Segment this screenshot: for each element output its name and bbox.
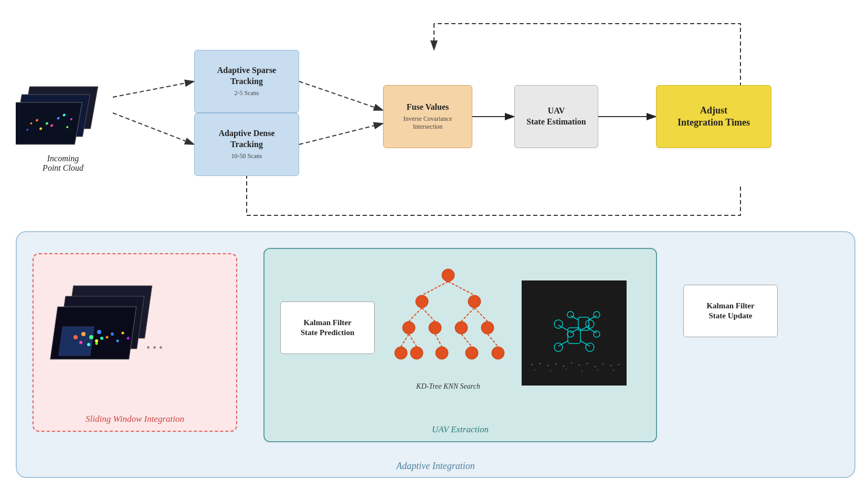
svg-point-98 — [610, 365, 612, 367]
uav-extraction-label: UAV Extraction — [264, 424, 656, 435]
svg-point-52 — [117, 340, 119, 342]
svg-point-91 — [555, 363, 557, 365]
svg-point-51 — [106, 336, 109, 339]
svg-point-48 — [111, 332, 114, 336]
adjust-integration-box: Adjust Integration Times — [656, 85, 771, 148]
svg-point-96 — [595, 366, 596, 368]
svg-point-62 — [95, 339, 98, 342]
svg-point-99 — [618, 364, 620, 366]
svg-line-80 — [461, 308, 474, 321]
dense-tracking-subtitle: 10-50 Scans — [231, 152, 262, 161]
svg-text:• • •: • • • — [146, 342, 163, 353]
svg-line-81 — [474, 308, 488, 321]
svg-point-58 — [89, 335, 93, 339]
fuse-values-box: Fuse Values Inverse Covariance Intersect… — [383, 85, 472, 148]
svg-line-84 — [435, 334, 442, 347]
diagram-container: Incoming Point Cloud Adaptive Sparse Tra… — [0, 0, 868, 489]
sparse-tracking-title: Adaptive Sparse Tracking — [217, 65, 276, 87]
svg-line-79 — [422, 308, 435, 321]
svg-point-75 — [492, 347, 504, 359]
svg-point-60 — [79, 341, 82, 344]
svg-line-86 — [488, 334, 498, 347]
svg-point-47 — [100, 337, 103, 340]
svg-point-71 — [395, 347, 407, 359]
svg-rect-55 — [59, 327, 94, 356]
uav-state-title: UAV State Estimation — [526, 106, 586, 128]
fuse-values-title: Fuse Values — [407, 102, 449, 113]
svg-point-89 — [539, 363, 541, 365]
svg-point-93 — [571, 362, 573, 364]
svg-point-100 — [534, 369, 535, 370]
svg-point-65 — [416, 295, 428, 308]
svg-point-61 — [87, 343, 90, 346]
point-cloud-label: Incoming Point Cloud — [16, 150, 110, 177]
svg-point-95 — [587, 363, 588, 365]
svg-point-54 — [127, 337, 130, 340]
svg-line-77 — [448, 282, 474, 295]
uav-extraction-box: Kalman Filter State Prediction — [263, 248, 657, 442]
svg-point-57 — [81, 332, 86, 336]
kdtree-visual: KD-Tree KNN Search — [385, 259, 511, 386]
svg-line-6 — [299, 123, 383, 144]
svg-point-104 — [597, 369, 598, 370]
uav-state-box: UAV State Estimation — [514, 85, 598, 148]
point-cloud-visual — [16, 74, 110, 147]
sparse-tracking-box: Adaptive Sparse Tracking 2-5 Scans — [194, 50, 299, 113]
dense-tracking-title: Adaptive Dense Tracking — [218, 128, 274, 150]
svg-point-97 — [602, 363, 604, 365]
kalman-predict-box: Kalman Filter State Prediction — [280, 301, 375, 354]
sparse-tracking-subtitle: 2-5 Scans — [235, 89, 259, 98]
svg-point-101 — [550, 370, 551, 371]
adaptive-integration-label: Adaptive Integration — [17, 461, 854, 472]
kalman-update-title: Kalman Filter State Update — [706, 301, 754, 321]
svg-point-70 — [481, 321, 494, 334]
svg-point-50 — [96, 342, 98, 345]
svg-line-4 — [113, 113, 194, 144]
svg-line-82 — [401, 334, 409, 347]
svg-point-59 — [97, 330, 101, 334]
kalman-update-box: Kalman Filter State Update — [683, 285, 778, 337]
svg-point-66 — [468, 295, 481, 308]
svg-line-83 — [409, 334, 417, 347]
svg-point-72 — [410, 347, 423, 359]
svg-point-69 — [455, 321, 468, 334]
svg-point-92 — [563, 366, 565, 367]
adaptive-integration-section: • • • Sliding Window Integration Kalman … — [16, 231, 855, 478]
svg-point-56 — [73, 335, 78, 339]
svg-point-88 — [532, 364, 533, 366]
svg-point-103 — [581, 371, 583, 372]
sliding-window-box: • • • Sliding Window Integration — [33, 253, 237, 432]
svg-line-76 — [422, 282, 448, 295]
svg-rect-87 — [522, 280, 627, 386]
svg-point-73 — [436, 347, 448, 359]
svg-point-105 — [613, 370, 614, 371]
svg-point-53 — [122, 332, 124, 335]
kalman-predict-title: Kalman Filter State Prediction — [301, 318, 355, 338]
svg-point-102 — [566, 369, 567, 370]
svg-line-3 — [113, 81, 194, 97]
svg-point-64 — [442, 269, 454, 282]
svg-point-68 — [429, 321, 441, 334]
svg-point-67 — [403, 321, 415, 334]
fuse-values-subtitle: Inverse Covariance Intersection — [404, 115, 452, 131]
svg-line-78 — [409, 308, 422, 321]
sliding-window-label: Sliding Window Integration — [34, 414, 236, 424]
svg-line-85 — [461, 334, 472, 347]
adjust-integration-title: Adjust Integration Times — [678, 105, 750, 129]
svg-line-5 — [299, 81, 383, 110]
svg-rect-31 — [16, 102, 82, 144]
svg-point-90 — [547, 365, 549, 367]
svg-point-94 — [579, 365, 580, 366]
svg-point-74 — [465, 347, 478, 359]
dense-tracking-box: Adaptive Dense Tracking 10-50 Scans — [194, 113, 299, 176]
uav-thumbnail — [522, 280, 627, 386]
